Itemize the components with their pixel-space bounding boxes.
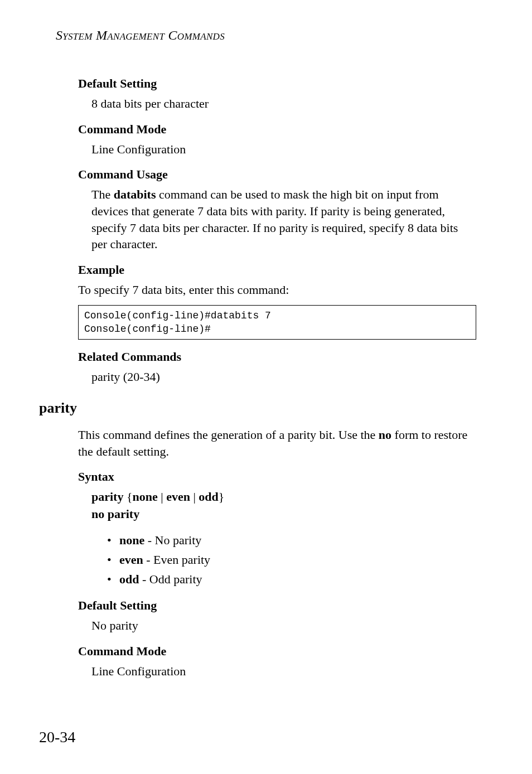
syntax-sep2: | xyxy=(190,490,199,504)
syntax-parity: parity xyxy=(91,490,123,504)
command-mode-2-text: Line Configuration xyxy=(91,663,476,680)
opt-odd-bold: odd xyxy=(119,572,139,586)
opt-even-bold: even xyxy=(119,553,143,567)
parity-intro-pre: This command defines the generation of a… xyxy=(78,428,379,442)
syntax-opt-none: none xyxy=(133,490,158,504)
syntax-no-parity: no parity xyxy=(91,507,139,521)
command-usage-keyword: databits xyxy=(114,187,156,201)
list-item: odd - Odd parity xyxy=(107,570,476,588)
command-mode-heading: Command Mode xyxy=(78,122,476,137)
default-setting-2-text: No parity xyxy=(91,617,476,634)
example-code: Console(config-line)#databits 7 Console(… xyxy=(78,305,476,340)
opt-none-bold: none xyxy=(119,533,144,547)
syntax-brace-open: { xyxy=(123,490,132,504)
opt-none-text: - No parity xyxy=(144,533,201,547)
example-intro: To specify 7 data bits, enter this comma… xyxy=(78,282,476,298)
syntax-opt-even: even xyxy=(166,490,190,504)
default-setting-2-heading: Default Setting xyxy=(78,598,476,613)
parity-intro-bold: no xyxy=(379,428,391,442)
command-mode-text: Line Configuration xyxy=(91,141,476,158)
opt-odd-text: - Odd parity xyxy=(139,572,202,586)
related-commands-text: parity (20-34) xyxy=(91,369,476,385)
command-mode-2-heading: Command Mode xyxy=(78,644,476,659)
list-item: none - No parity xyxy=(107,531,476,549)
syntax-option-list: none - No parity even - Even parity odd … xyxy=(107,531,476,588)
parity-heading: parity xyxy=(39,400,476,417)
syntax-heading: Syntax xyxy=(78,470,476,484)
syntax-sep1: | xyxy=(158,490,166,504)
example-heading: Example xyxy=(78,263,476,277)
running-header: System Management Commands xyxy=(56,28,476,43)
list-item: even - Even parity xyxy=(107,550,476,569)
opt-even-text: - Even parity xyxy=(143,553,210,567)
syntax-brace-close: } xyxy=(219,490,225,504)
syntax-lines: parity {none | even | odd} no parity xyxy=(91,488,476,523)
command-usage-prefix: The xyxy=(91,187,114,201)
default-setting-heading: Default Setting xyxy=(78,76,476,91)
page-number: 20-34 xyxy=(39,728,75,746)
command-usage-text: The databits command can be used to mask… xyxy=(91,186,476,253)
command-usage-heading: Command Usage xyxy=(78,167,476,182)
parity-intro: This command defines the generation of a… xyxy=(78,427,476,459)
related-commands-heading: Related Commands xyxy=(78,350,476,364)
syntax-opt-odd: odd xyxy=(199,490,218,504)
default-setting-text: 8 data bits per character xyxy=(91,95,476,112)
